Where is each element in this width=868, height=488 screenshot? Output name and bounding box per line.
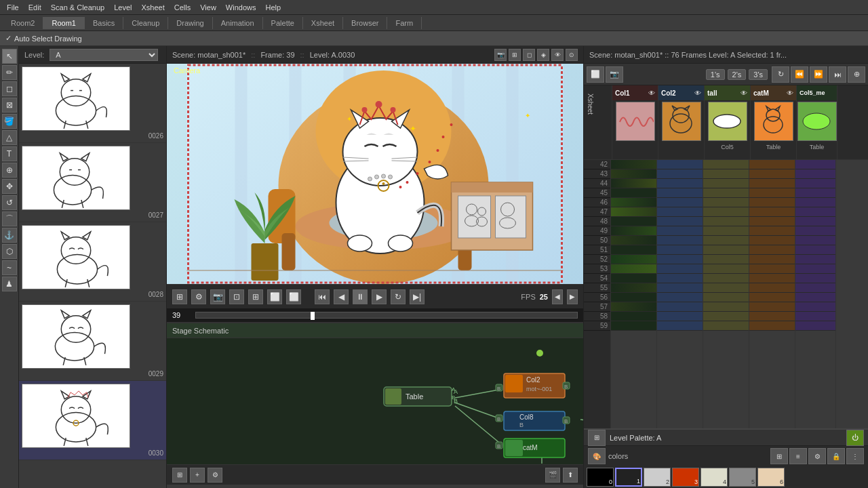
camera-btn2[interactable]: ⊞ (509, 49, 521, 61)
cell[interactable] (703, 274, 749, 283)
cell[interactable] (657, 198, 703, 207)
btn-settings[interactable]: ⚙ (191, 289, 206, 304)
list-item[interactable]: 0026 (19, 64, 166, 143)
cell[interactable] (749, 321, 795, 331)
cell[interactable] (657, 255, 703, 264)
tool-fill[interactable]: ⊠ (2, 98, 17, 113)
timing-2s[interactable]: 2's (728, 69, 747, 80)
cell[interactable] (657, 188, 703, 198)
cell[interactable] (749, 236, 795, 245)
cell[interactable] (703, 255, 749, 264)
btn-first-frame[interactable]: ⏮ (315, 289, 330, 304)
menu-windows[interactable]: Windows (222, 2, 260, 13)
menu-cells[interactable]: Cells (170, 2, 195, 13)
cell[interactable] (657, 179, 703, 188)
menu-level[interactable]: Level (110, 2, 136, 13)
xs-btn-forward[interactable]: ⏩ (810, 66, 827, 83)
cell[interactable] (657, 302, 703, 312)
xs-btn-misc[interactable]: ⊕ (848, 66, 865, 83)
room-tab-room1[interactable]: Room1 (43, 17, 84, 29)
cell[interactable] (795, 179, 835, 188)
cell[interactable] (703, 245, 749, 255)
list-item[interactable]: 0027 (19, 143, 166, 222)
cell[interactable] (795, 283, 835, 293)
btn-prev-frame[interactable]: ◀ (334, 289, 349, 304)
cell[interactable] (795, 293, 835, 302)
cell[interactable] (795, 302, 835, 312)
tool-select[interactable]: ↖ (2, 49, 17, 64)
col1-eye[interactable]: 👁 (648, 89, 655, 97)
cell[interactable] (703, 226, 749, 236)
cell[interactable] (657, 283, 703, 293)
cell[interactable] (657, 245, 703, 255)
swatch-1[interactable]: 1 (615, 468, 642, 487)
cell[interactable] (703, 283, 749, 293)
btn-frame[interactable]: ⬜ (267, 289, 282, 304)
palette-more-btn[interactable]: ⋮ (846, 448, 864, 464)
cell[interactable] (795, 255, 835, 264)
room-tab-cleanup[interactable]: Cleanup (123, 17, 168, 29)
cell[interactable] (795, 312, 835, 321)
cell[interactable] (749, 274, 795, 283)
room-tab-drawing[interactable]: Drawing (168, 17, 212, 29)
room-tab-farm[interactable]: Farm (387, 17, 422, 29)
palette-power[interactable]: ⏻ (846, 430, 864, 446)
tool-eraser[interactable]: ◻ (2, 81, 17, 96)
col2-eye[interactable]: 👁 (694, 89, 701, 97)
tool-hook[interactable]: ⚓ (2, 228, 17, 243)
cell[interactable] (657, 169, 703, 179)
menu-edit[interactable]: Edit (24, 2, 45, 13)
cell[interactable] (749, 302, 795, 312)
cell[interactable] (611, 217, 656, 226)
xs-btn-loop[interactable]: ↻ (772, 66, 789, 83)
cell[interactable] (611, 226, 656, 236)
btn-pause[interactable]: ⏸ (353, 289, 368, 304)
fps-increase[interactable]: ▶ (567, 289, 578, 304)
cell[interactable] (795, 188, 835, 198)
cell[interactable] (749, 293, 795, 302)
cell[interactable] (749, 207, 795, 217)
cell[interactable] (611, 312, 656, 321)
cell[interactable] (611, 179, 656, 188)
cell[interactable] (749, 245, 795, 255)
tool-pan[interactable]: ✥ (2, 179, 17, 194)
cell[interactable] (703, 188, 749, 198)
timing-1s[interactable]: 1's (706, 69, 725, 80)
cell[interactable] (703, 321, 749, 331)
cell[interactable] (749, 217, 795, 226)
cell[interactable] (657, 264, 703, 274)
cell[interactable] (703, 264, 749, 274)
xs-btn-camera[interactable]: 📷 (606, 66, 623, 83)
cell[interactable] (657, 160, 703, 169)
btn-node-settings[interactable]: ⚙ (208, 468, 222, 483)
cell[interactable] (657, 321, 703, 331)
tool-warp[interactable]: ~ (2, 260, 17, 275)
menu-scan[interactable]: Scan & Cleanup (47, 2, 109, 13)
timing-3s[interactable]: 3's (749, 69, 768, 80)
cell[interactable] (611, 321, 656, 331)
palette-list-btn[interactable]: ≡ (789, 448, 807, 464)
cell[interactable] (611, 198, 656, 207)
level-select[interactable]: A (50, 49, 158, 61)
camera-btn1[interactable]: 📷 (494, 49, 507, 61)
catm-eye[interactable]: 👁 (787, 89, 793, 97)
tool-bender[interactable]: ⌒ (2, 211, 17, 226)
scrubber-track[interactable] (195, 312, 578, 319)
cell[interactable] (795, 245, 835, 255)
cell[interactable] (611, 188, 656, 198)
cell[interactable] (657, 274, 703, 283)
cell[interactable] (703, 217, 749, 226)
room-tab-room2[interactable]: Room2 (3, 17, 43, 29)
cell[interactable] (703, 169, 749, 179)
swatch-2[interactable]: 2 (644, 468, 671, 487)
cell[interactable] (657, 226, 703, 236)
menu-help[interactable]: Help (261, 2, 285, 13)
menu-view[interactable]: View (196, 2, 220, 13)
tall-eye[interactable]: 👁 (741, 89, 747, 97)
menu-file[interactable]: File (3, 2, 23, 13)
cell[interactable] (703, 302, 749, 312)
cell[interactable] (749, 283, 795, 293)
camera-btn3[interactable]: ◻ (523, 49, 535, 61)
tool-plastic[interactable]: ⬡ (2, 244, 17, 259)
btn-layout[interactable]: ⊞ (172, 289, 187, 304)
